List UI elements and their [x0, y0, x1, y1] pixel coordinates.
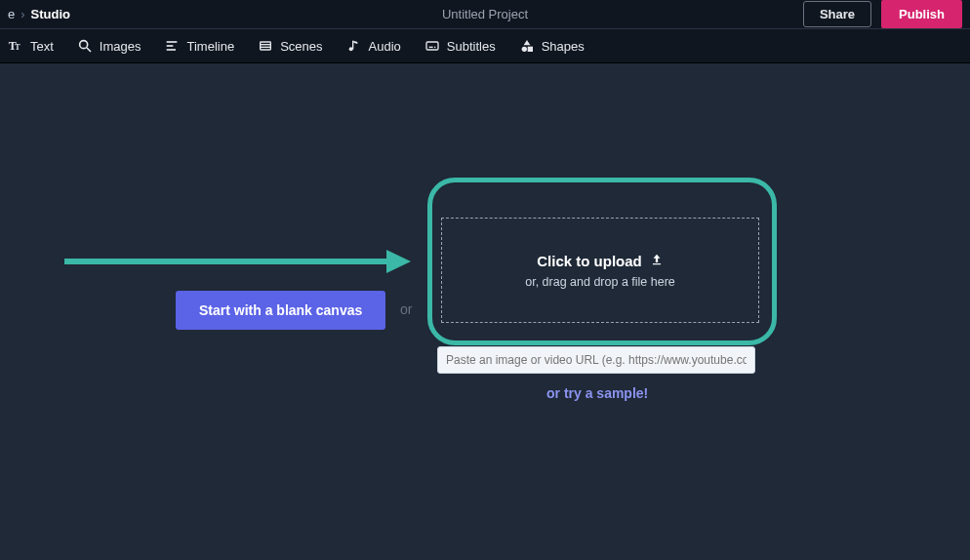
tool-text-label: Text [30, 39, 54, 54]
breadcrumb-prev[interactable]: e [8, 7, 15, 21]
tool-text[interactable]: TT Text [8, 38, 54, 54]
svg-point-2 [80, 41, 88, 49]
upload-dropzone[interactable]: Click to upload or, drag and drop a file… [441, 218, 759, 323]
project-title[interactable]: Untitled Project [442, 7, 528, 21]
topbar-actions: Share Publish [803, 0, 962, 28]
tool-timeline-label: Timeline [186, 39, 234, 54]
upload-title-row: Click to upload [537, 253, 664, 269]
svg-rect-20 [653, 263, 661, 264]
search-icon [77, 38, 93, 54]
or-divider: or [400, 301, 412, 317]
try-sample-link[interactable]: or try a sample! [546, 385, 648, 401]
tool-subtitles[interactable]: Subtitles [424, 38, 496, 54]
tool-audio[interactable]: Audio [346, 38, 401, 54]
share-button[interactable]: Share [803, 1, 871, 27]
tool-scenes[interactable]: Scenes [258, 38, 322, 54]
svg-rect-17 [527, 47, 532, 52]
tool-subtitles-label: Subtitles [447, 39, 496, 54]
breadcrumb-separator: › [20, 7, 24, 21]
upload-icon [650, 253, 664, 269]
toolbar: TT Text Images Timeline Scenes Audio Sub… [0, 29, 970, 63]
svg-rect-12 [426, 42, 438, 50]
scenes-icon [258, 38, 273, 54]
upload-title-text: Click to upload [537, 253, 642, 269]
svg-marker-15 [523, 40, 530, 45]
publish-button[interactable]: Publish [881, 0, 962, 28]
audio-icon [346, 38, 362, 54]
shapes-icon [519, 38, 535, 54]
tool-shapes[interactable]: Shapes [519, 38, 585, 54]
upload-subtitle: or, drag and drop a file here [525, 275, 675, 289]
breadcrumb-current[interactable]: Studio [31, 7, 70, 21]
topbar: e › Studio Untitled Project Share Publis… [0, 0, 970, 29]
breadcrumb: e › Studio [8, 7, 70, 21]
annotation-arrow [64, 250, 411, 273]
tool-images-label: Images [100, 39, 141, 54]
tool-scenes-label: Scenes [280, 39, 322, 54]
text-icon: TT [8, 38, 23, 54]
tool-audio-label: Audio [369, 39, 401, 54]
start-blank-canvas-button[interactable]: Start with a blank canvas [176, 291, 385, 330]
svg-line-3 [87, 48, 91, 52]
svg-text:T: T [15, 43, 20, 52]
tool-images[interactable]: Images [77, 38, 141, 54]
tool-timeline[interactable]: Timeline [164, 38, 234, 54]
svg-marker-19 [386, 250, 411, 273]
subtitles-icon [424, 38, 440, 54]
svg-rect-11 [352, 41, 353, 50]
tool-shapes-label: Shapes [542, 39, 585, 54]
svg-rect-7 [261, 42, 271, 50]
timeline-icon [164, 38, 180, 54]
url-input[interactable] [437, 346, 755, 374]
main-canvas-area: Start with a blank canvas or Click to up… [0, 63, 970, 560]
svg-point-16 [521, 47, 526, 52]
